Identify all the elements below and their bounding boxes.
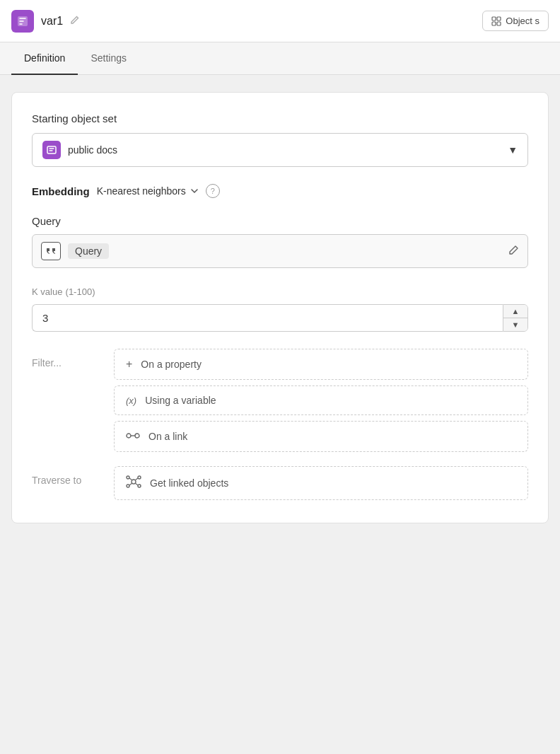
header-right: Object s	[482, 11, 549, 31]
svg-point-11	[138, 476, 141, 479]
help-icon[interactable]: ?	[206, 184, 220, 198]
filter-on-property[interactable]: + On a property	[114, 349, 528, 380]
svg-rect-3	[492, 22, 496, 25]
k-increment-button[interactable]: ▲	[503, 305, 527, 318]
dropdown-left: public docs	[42, 141, 117, 159]
svg-rect-2	[497, 17, 501, 21]
variable-icon: (x)	[126, 395, 136, 406]
traverse-options: Get linked objects	[114, 466, 528, 500]
object-set-value: public docs	[68, 144, 117, 156]
starting-object-set-label: Starting object set	[32, 112, 528, 124]
tab-definition[interactable]: Definition	[11, 42, 78, 75]
object-set-dropdown[interactable]: public docs ▼	[32, 133, 528, 167]
filter-on-link[interactable]: On a link	[114, 421, 528, 452]
object-type-button[interactable]: Object s	[482, 11, 549, 31]
embedding-value: K-nearest neighbors	[97, 185, 186, 197]
filter-options-list: + On a property (x) Using a variable	[114, 349, 528, 452]
svg-line-17	[135, 483, 138, 485]
svg-line-16	[129, 483, 132, 485]
plus-icon: +	[126, 358, 132, 371]
linked-objects-icon	[126, 475, 141, 491]
filter-on-link-label: On a link	[148, 431, 187, 442]
definition-card: Starting object set public docs ▼ Embedd…	[11, 92, 549, 523]
svg-point-12	[127, 485, 129, 487]
traverse-section: Traverse to	[32, 466, 528, 500]
svg-point-6	[127, 434, 131, 438]
filter-using-variable-label: Using a variable	[145, 395, 216, 406]
svg-rect-5	[47, 146, 56, 153]
edit-pencil-icon[interactable]	[70, 15, 80, 27]
k-decrement-button[interactable]: ▼	[503, 318, 527, 331]
dropdown-chevron-icon: ▼	[508, 144, 518, 156]
k-input-row: ▲ ▼	[32, 304, 528, 332]
svg-point-13	[138, 485, 141, 487]
object-set-icon	[42, 141, 61, 159]
header-bar: var1 Object s	[0, 0, 560, 42]
filter-label: Filter...	[32, 349, 103, 452]
link-icon	[126, 430, 140, 443]
k-value-input[interactable]	[32, 304, 503, 332]
var-name-label: var1	[41, 15, 63, 28]
svg-point-7	[135, 434, 139, 438]
query-label: Query	[32, 215, 528, 227]
tab-settings[interactable]: Settings	[78, 42, 139, 75]
svg-line-15	[135, 478, 138, 480]
quote-badge-icon	[41, 242, 61, 260]
svg-rect-4	[497, 22, 501, 25]
query-edit-icon[interactable]	[508, 245, 519, 258]
tabs-bar: Definition Settings	[0, 42, 560, 75]
object-button-label: Object s	[506, 16, 539, 26]
embedding-label: Embedding	[32, 185, 90, 197]
svg-line-14	[129, 478, 132, 480]
query-value: Query	[68, 243, 109, 259]
k-spinners: ▲ ▼	[503, 304, 528, 332]
embedding-row: Embedding K-nearest neighbors ?	[32, 184, 528, 198]
filter-on-property-label: On a property	[141, 359, 202, 370]
traverse-label: Traverse to	[32, 466, 103, 500]
query-box[interactable]: Query	[32, 234, 528, 268]
svg-point-10	[127, 476, 129, 479]
filter-using-variable[interactable]: (x) Using a variable	[114, 385, 528, 415]
svg-rect-1	[492, 17, 496, 21]
k-value-label: K value (1-100)	[32, 285, 528, 297]
embedding-type-dropdown[interactable]: K-nearest neighbors	[97, 185, 199, 197]
header-left: var1	[11, 10, 80, 33]
query-left: Query	[41, 242, 109, 260]
traverse-get-linked-label: Get linked objects	[150, 477, 228, 489]
filter-section: Filter... + On a property (x) Using a va…	[32, 349, 528, 452]
main-content: Starting object set public docs ▼ Embedd…	[0, 75, 560, 754]
traverse-get-linked[interactable]: Get linked objects	[114, 466, 528, 500]
var-icon	[11, 10, 34, 33]
